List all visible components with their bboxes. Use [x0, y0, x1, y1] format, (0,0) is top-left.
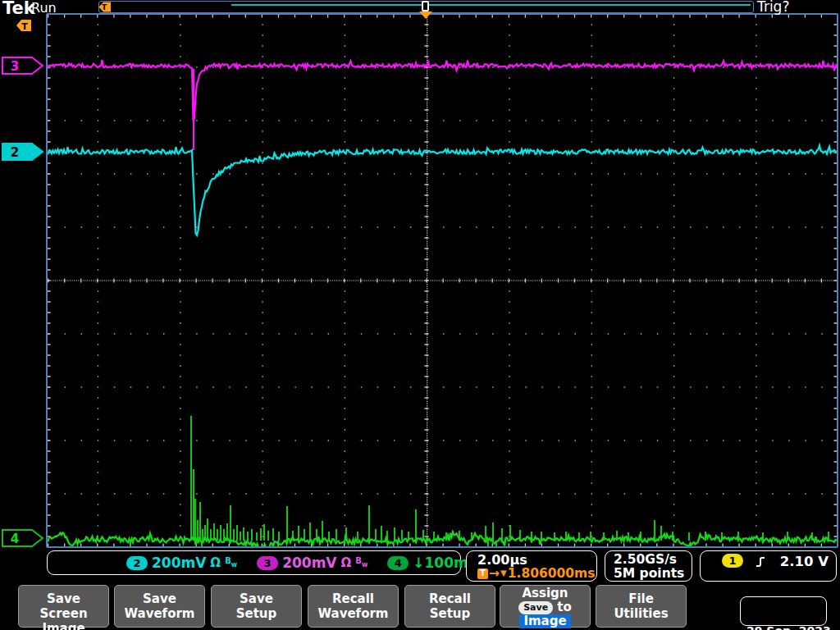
- trigger-delay-icon: T: [477, 568, 488, 579]
- trace-ch4-spikes: [191, 416, 829, 546]
- trigger-readout-box[interactable]: 1 2.10 V: [700, 550, 837, 582]
- trace-ch3: [47, 60, 837, 121]
- channel2-badge: 2: [126, 556, 148, 570]
- channel4-marker-label: 4: [11, 532, 19, 546]
- trigger-level-readout: 2.10 V: [780, 554, 829, 569]
- trigger-offscreen-flag-icon: T: [16, 19, 32, 32]
- trigger-source-badge: 1: [722, 554, 743, 568]
- image-highlight: Image: [519, 614, 570, 628]
- channel4-badge: 4: [387, 556, 409, 570]
- file-utilities-button[interactable]: FileUtilities: [596, 585, 687, 628]
- bandwidth-limit-icon: Bw: [225, 561, 237, 565]
- save-waveform-button[interactable]: SaveWaveform: [114, 585, 205, 628]
- record-length-readout: 5M points: [614, 567, 692, 581]
- sample-rate-readout: 2.50GS/s: [614, 553, 692, 567]
- channel4-marker[interactable]: 4: [2, 529, 44, 547]
- channel3-scale: 200mV: [282, 555, 336, 571]
- date-label: 29 Sep 2023: [746, 624, 826, 630]
- timebase-readout: 2.00µs: [477, 553, 596, 567]
- trace-ch4: [47, 532, 837, 548]
- trigger-time-flag-icon: T: [98, 2, 112, 12]
- rising-edge-icon: [754, 554, 767, 569]
- save-badge: Save: [518, 601, 553, 615]
- recall-waveform-button[interactable]: RecallWaveform: [308, 585, 399, 628]
- channel3-marker-label: 3: [11, 59, 19, 74]
- arrow-right-icon: →: [489, 567, 500, 580]
- trigger-position-icon[interactable]: [419, 11, 432, 19]
- acquisition-readout-box[interactable]: 2.50GS/s 5M points: [605, 550, 692, 582]
- trigger-time-flag-label: T: [102, 3, 107, 11]
- channel2-readout[interactable]: 2 200mV Ω Bw: [126, 555, 237, 571]
- ohm-coupling-icon: Ω: [210, 555, 221, 570]
- bandwidth-limit-icon: Bw: [355, 561, 368, 565]
- channel2-scale: 200mV: [152, 555, 206, 571]
- wave-preview-line: [231, 4, 751, 6]
- horizontal-readout-box[interactable]: 2.00µs T→▼1.806000ms: [466, 550, 597, 582]
- save-setup-button[interactable]: SaveSetup: [211, 585, 302, 628]
- channel2-marker[interactable]: 2: [2, 143, 44, 161]
- tek-logo: Tek: [2, 0, 35, 18]
- channel3-marker[interactable]: 3: [2, 57, 44, 75]
- trigger-offscreen-flag-label: T: [21, 21, 28, 32]
- save-screen-image-button[interactable]: SaveScreen Image: [18, 585, 109, 628]
- channel2-marker-label: 2: [11, 145, 19, 160]
- acquisition-status: Run: [31, 0, 57, 16]
- datetime-display: 29 Sep 2023 15:52:31: [740, 596, 827, 626]
- channel-readouts-box[interactable]: 2 200mV Ω Bw 3 200mV Ω Bw 4 ↓100mV Ω Bw: [47, 550, 461, 575]
- trigger-delay-value: 1.806000ms: [508, 567, 596, 580]
- oscilloscope-screen: Tek Run T Trig? T 3 2 4 2 200mV Ω Bw 3 2…: [0, 0, 840, 630]
- ohm-coupling-icon: Ω: [341, 555, 352, 570]
- channel3-readout[interactable]: 3 200mV Ω Bw: [257, 555, 368, 571]
- trigger-delay-readout: T→▼1.806000ms: [477, 567, 596, 580]
- channel3-badge: 3: [257, 556, 278, 570]
- expansion-point-marker[interactable]: [422, 1, 429, 11]
- triangle-down-icon: ▼: [500, 567, 507, 580]
- assign-save-to-image-button[interactable]: Assign Save to Image: [500, 585, 591, 628]
- recall-setup-button[interactable]: RecallSetup: [404, 585, 495, 628]
- trigger-status: Trig?: [757, 0, 789, 15]
- trace-ch2: [47, 146, 837, 235]
- waveform-display: [0, 0, 840, 582]
